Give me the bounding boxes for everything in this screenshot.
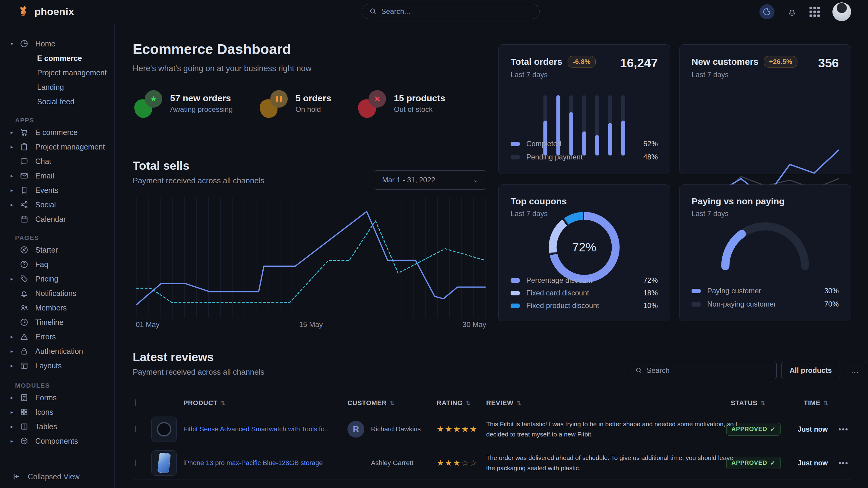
sort-icon[interactable]: ⇅ (760, 400, 766, 406)
box-icon (20, 436, 35, 446)
sidebar-item-layouts[interactable]: ▸ Layouts (0, 358, 114, 373)
reviews-search[interactable] (629, 362, 777, 379)
card-title: Top coupons (510, 196, 567, 206)
legend-value: 30% (824, 287, 839, 295)
stat-caption: Awating processing (170, 105, 233, 113)
caret-right-icon: ▸ (10, 348, 20, 355)
sidebar-item-label: Email (35, 171, 54, 180)
sidebar-item-pricing[interactable]: ▸ Pricing (0, 271, 114, 286)
review-time: Just now (798, 459, 828, 467)
sidebar-item-home[interactable]: ▾ Home (0, 36, 114, 51)
all-products-filter-button[interactable]: All products (781, 362, 840, 379)
rating-stars: ★★★★★ (437, 424, 478, 434)
card-period: Last 7 days (691, 70, 798, 79)
sort-icon[interactable]: ⇅ (466, 400, 471, 406)
sidebar-item-chat[interactable]: ▸ Chat (0, 154, 114, 168)
column-status[interactable]: STATUS (731, 399, 757, 407)
sidebar-item-email[interactable]: ▸ Email (0, 168, 114, 183)
sidebar-item-notifications[interactable]: ▸ Notifications (0, 286, 114, 300)
column-rating[interactable]: RATING (437, 399, 463, 407)
donut-center-value: 72% (572, 240, 596, 254)
row-checkbox[interactable] (135, 426, 136, 432)
star-icon: ★ (134, 89, 162, 118)
sidebar: ▾ Home E commerce Project management Lan… (0, 23, 115, 488)
sidebar-item-project-management[interactable]: ▸ Project management (0, 139, 114, 154)
reviews-table: PRODUCT⇅ CUSTOMER⇅ RATING⇅ REVIEW⇅ STATU… (133, 393, 851, 488)
brand-logo[interactable]: phoenix (17, 5, 74, 18)
sidebar-item-members[interactable]: ▸ Members (0, 300, 114, 315)
sidebar-item-forms[interactable]: ▸ Forms (0, 390, 114, 405)
collapse-left-icon (12, 472, 21, 481)
collapse-sidebar-button[interactable]: Collapsed View (0, 465, 115, 488)
sidebar-item-social[interactable]: ▸ Social (0, 197, 114, 212)
flame-icon (17, 5, 30, 18)
row-menu-button[interactable]: ••• (838, 424, 848, 434)
tag-icon (20, 274, 35, 283)
reviews-more-button[interactable]: ... (845, 362, 865, 379)
sidebar-item-ecommerce-dashboard[interactable]: E commerce (0, 51, 114, 65)
column-time[interactable]: TIME (804, 399, 820, 407)
sidebar-item-starter[interactable]: ▸ Starter (0, 242, 114, 257)
sidebar-item-project-management-dashboard[interactable]: Project management (0, 65, 114, 80)
column-review[interactable]: REVIEW (486, 399, 513, 407)
sort-icon[interactable]: ⇅ (390, 400, 395, 406)
caret-right-icon: ▸ (10, 187, 20, 194)
sidebar-item-landing[interactable]: Landing (0, 80, 114, 94)
x-circle-icon: ✕ (358, 89, 386, 118)
sidebar-item-faq[interactable]: ▸ Faq (0, 257, 114, 271)
legend-swatch (691, 289, 701, 293)
product-thumbnail-smartwatch[interactable] (151, 417, 177, 442)
card-title: New customers (691, 57, 758, 67)
sort-icon[interactable]: ⇅ (516, 400, 522, 406)
dark-mode-toggle[interactable] (760, 4, 775, 19)
search-icon (369, 7, 377, 15)
sidebar-item-label: E commerce (35, 128, 78, 137)
sidebar-item-tables[interactable]: ▸ Tables (0, 419, 114, 434)
sidebar-item-errors[interactable]: ▸ Errors (0, 329, 114, 344)
trend-badge: +26.5% (764, 56, 798, 67)
sidebar-item-ecommerce-app[interactable]: ▸ E commerce (0, 125, 114, 139)
sidebar-item-label: Social (35, 200, 56, 209)
sidebar-item-events[interactable]: ▸ Events (0, 183, 114, 197)
sidebar-item-social-feed[interactable]: Social feed (0, 94, 114, 109)
global-search[interactable] (362, 4, 539, 19)
trend-badge: -6.8% (568, 56, 596, 67)
legend-row: Paying customer 30% (691, 284, 839, 297)
column-customer[interactable]: CUSTOMER (347, 399, 386, 407)
share-icon (20, 200, 35, 209)
product-link[interactable]: iPhone 13 pro max-Pacific Blue-128GB sto… (183, 459, 323, 467)
user-avatar[interactable] (832, 2, 851, 21)
global-search-input[interactable] (381, 7, 532, 16)
legend-row: Fixed card discount 18% (510, 287, 658, 299)
reviews-search-input[interactable] (647, 366, 770, 375)
check-icon: ✓ (770, 459, 776, 466)
review-row: iPhone 13 pro max-Pacific Blue-128GB sto… (133, 446, 851, 480)
sidebar-item-label: Starter (35, 246, 58, 254)
sidebar-item-timeline[interactable]: ▸ Timeline (0, 315, 114, 329)
sidebar-item-authentication[interactable]: ▸ Authentication (0, 344, 114, 358)
review-row (133, 480, 851, 488)
reviews-title: Latest reviews (133, 351, 264, 364)
customer-name: Ashley Garrett (371, 459, 413, 467)
sidebar-item-icons[interactable]: ▸ Icons (0, 405, 114, 419)
row-checkbox[interactable] (135, 460, 136, 466)
sidebar-item-label: Forms (35, 393, 57, 402)
select-all-checkbox[interactable] (135, 399, 136, 406)
sort-icon[interactable]: ⇅ (824, 400, 829, 406)
reviews-table-header: PRODUCT⇅ CUSTOMER⇅ RATING⇅ REVIEW⇅ STATU… (133, 393, 851, 412)
apps-launcher-button[interactable] (809, 7, 820, 17)
clipboard-icon (20, 142, 35, 151)
mail-icon (20, 171, 35, 180)
notifications-button[interactable] (787, 7, 797, 17)
date-range-select[interactable]: Mar 1 - 31, 2022 ⌄ (374, 170, 486, 190)
sidebar-item-components[interactable]: ▸ Components (0, 434, 114, 448)
sort-icon[interactable]: ⇅ (220, 400, 226, 406)
column-product[interactable]: PRODUCT (183, 399, 217, 407)
product-link[interactable]: Fitbit Sense Advanced Smartwatch with To… (183, 425, 330, 433)
product-thumbnail-iphone[interactable] (151, 450, 177, 476)
row-menu-button[interactable]: ••• (838, 458, 848, 467)
bell-icon (787, 7, 797, 17)
users-icon (20, 303, 35, 312)
card-title: Total orders (510, 57, 562, 67)
sidebar-item-calendar[interactable]: ▸ Calendar (0, 212, 114, 226)
